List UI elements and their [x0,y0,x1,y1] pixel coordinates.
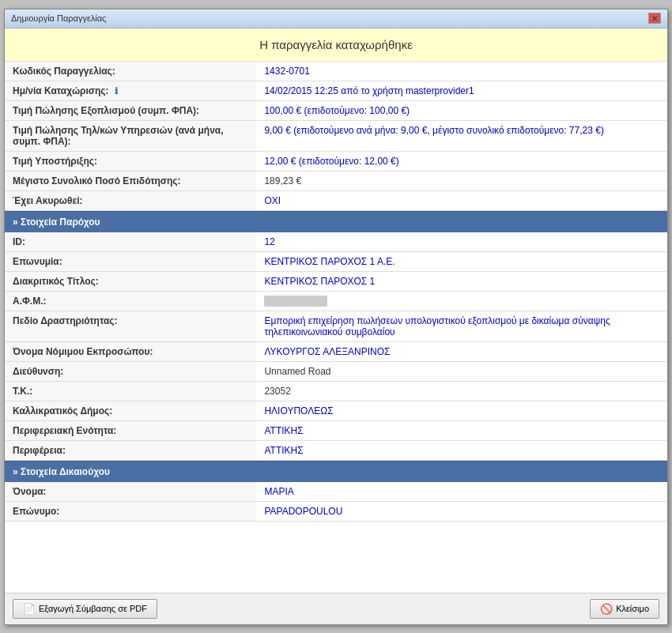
label-region: Περιφέρεια: [5,440,256,460]
afm-blurred [264,296,327,307]
window-close-button[interactable]: ✕ [648,13,661,24]
beneficiary-info-table: Όνομα: ΜΑΡΙΑ Επώνυμο: PAPADOPOULOU [5,482,667,522]
value-price-support: 12,00 € (επιδοτούμενο: 12,00 €) [256,151,667,171]
provider-section-header: » Στοιχεία Παρόχου [5,211,667,232]
close-button[interactable]: 🚫 Κλείσιμο [590,599,659,619]
value-municipality: ΗΛΙΟΥΠΟΛΕΩΣ [256,401,667,420]
value-provider-name: ΚΕΝΤΡΙΚΟΣ ΠΑΡΟΧΟΣ 1 Α.Ε. [256,251,667,271]
close-icon: 🚫 [600,603,613,615]
table-row: Επωνυμία: ΚΕΝΤΡΙΚΟΣ ΠΑΡΟΧΟΣ 1 Α.Ε. [5,251,667,271]
window-title: Δημιουργία Παραγγελίας [11,13,106,23]
label-code: Κωδικός Παραγγελίας: [5,62,256,81]
value-price-tel: 9,00 € (επιδοτούμενο ανά μήνα: 9,00 €, μ… [256,120,667,151]
value-first-name: ΜΑΡΙΑ [256,482,667,502]
table-row: Επώνυμο: PAPADOPOULOU [5,501,667,521]
label-date: Ημ/νία Καταχώρισης: ℹ [5,81,256,100]
label-max-subsidy: Μέγιστο Συνολικό Ποσό Επιδότησης: [5,171,256,190]
value-rep: ΛΥΚΟΥΡΓΟΣ ΑΛΕΞΑΝΡΙΝΟΣ [256,341,667,361]
table-row: Τ.Κ.: 23052 [5,381,667,401]
table-row: Περιφερειακή Ενότητα: ΑΤΤΙΚΗΣ [5,420,667,440]
order-info-table: Κωδικός Παραγγελίας: 1432-0701 Ημ/νία Κα… [5,62,667,211]
value-tk: 23052 [256,381,667,401]
window-content: Η παραγγελία καταχωρήθηκε Κωδικός Παραγγ… [5,28,667,593]
value-max-subsidy: 189,23 € [256,171,667,190]
label-first-name: Όνομα: [5,482,256,502]
label-municipality: Καλλικρατικός Δήμος: [5,401,256,420]
main-window: Δημιουργία Παραγγελίας ✕ Η παραγγελία κα… [4,9,668,625]
label-rep: Όνομα Νόμιμου Εκπροσώπου: [5,341,256,361]
table-row: Καλλικρατικός Δήμος: ΗΛΙΟΥΠΟΛΕΩΣ [5,401,667,420]
table-row: Όνομα Νόμιμου Εκπροσώπου: ΛΥΚΟΥΡΓΟΣ ΑΛΕΞ… [5,341,667,361]
value-afm [256,291,667,311]
value-date: 14/02/2015 12:25 από το χρήστη masterpro… [256,81,667,100]
table-row: Ημ/νία Καταχώρισης: ℹ 14/02/2015 12:25 α… [5,81,667,100]
label-tk: Τ.Κ.: [5,381,256,401]
value-price-equip: 100,00 € (επιδοτούμενο: 100,00 €) [256,100,667,120]
table-row: Τιμή Υποστήριξης: 12,00 € (επιδοτούμενο:… [5,151,667,171]
success-banner: Η παραγγελία καταχωρήθηκε [5,28,667,62]
value-title: ΚΕΝΤΡΙΚΟΣ ΠΑΡΟΧΟΣ 1 [256,271,667,291]
table-row: Μέγιστο Συνολικό Ποσό Επιδότησης: 189,23… [5,171,667,190]
table-row: Πεδίο Δραστηριότητας: Εμπορική επιχείρησ… [5,311,667,341]
label-price-support: Τιμή Υποστήριξης: [5,151,256,171]
table-row: Τιμή Πώλησης Εξοπλισμού (συμπ. ΦΠΑ): 100… [5,100,667,120]
label-id: ID: [5,232,256,252]
value-field: Εμπορική επιχείρηση πωλήσεων υπολογιστικ… [256,311,667,341]
table-row: Όνομα: ΜΑΡΙΑ [5,482,667,502]
window-footer: 📄 Εξαγωγή Σύμβασης σε PDF 🚫 Κλείσιμο [5,593,667,624]
table-row: Τιμή Πώλησης Τηλ/κών Υπηρεσιών (ανά μήνα… [5,120,667,151]
table-row: Περιφέρεια: ΑΤΤΙΚΗΣ [5,440,667,460]
value-regional-unit: ΑΤΤΙΚΗΣ [256,420,667,440]
value-region: ΑΤΤΙΚΗΣ [256,440,667,460]
value-last-name: PAPADOPOULOU [256,501,667,521]
label-last-name: Επώνυμο: [5,501,256,521]
label-address: Διεύθυνση: [5,361,256,381]
table-row: Διεύθυνση: Unnamed Road [5,361,667,381]
titlebar: Δημιουργία Παραγγελίας ✕ [5,9,667,28]
value-cancelled: ΟΧΙ [256,190,667,210]
label-regional-unit: Περιφερειακή Ενότητα: [5,420,256,440]
label-price-tel: Τιμή Πώλησης Τηλ/κών Υπηρεσιών (ανά μήνα… [5,120,256,151]
label-provider-name: Επωνυμία: [5,251,256,271]
table-row: ID: 12 [5,232,667,252]
label-title: Διακριτικός Τίτλος: [5,271,256,291]
table-row: Κωδικός Παραγγελίας: 1432-0701 [5,62,667,81]
value-address: Unnamed Road [256,361,667,381]
label-cancelled: Έχει Ακυρωθεί: [5,190,256,210]
table-row: Έχει Ακυρωθεί: ΟΧΙ [5,190,667,210]
value-code: 1432-0701 [256,62,667,81]
pdf-icon: 📄 [23,603,36,615]
table-row: Α.Φ.Μ.: [5,291,667,311]
label-price-equip: Τιμή Πώλησης Εξοπλισμού (συμπ. ΦΠΑ): [5,100,256,120]
label-afm: Α.Φ.Μ.: [5,291,256,311]
value-id: 12 [256,232,667,252]
info-icon: ℹ [115,86,118,96]
label-field: Πεδίο Δραστηριότητας: [5,311,256,341]
provider-info-table: ID: 12 Επωνυμία: ΚΕΝΤΡΙΚΟΣ ΠΑΡΟΧΟΣ 1 Α.Ε… [5,232,667,461]
export-pdf-button[interactable]: 📄 Εξαγωγή Σύμβασης σε PDF [13,599,157,619]
table-row: Διακριτικός Τίτλος: ΚΕΝΤΡΙΚΟΣ ΠΑΡΟΧΟΣ 1 [5,271,667,291]
beneficiary-section-header: » Στοιχεία Δικαιούχου [5,461,667,482]
